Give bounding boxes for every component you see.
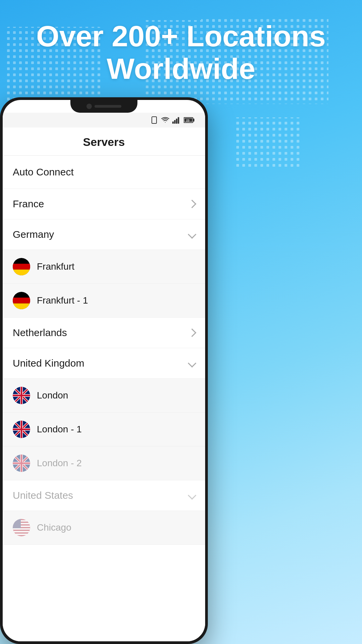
phone-icon — [150, 116, 158, 124]
svg-rect-60 — [13, 528, 30, 530]
chevron-right-icon-netherlands — [188, 328, 196, 337]
flag-us-chicago — [13, 519, 30, 536]
phone-mockup: 23 Servers Auto Connect France — [0, 97, 208, 644]
screen-content: Servers Auto Connect France Germany — [3, 127, 205, 641]
nav-title: Servers — [83, 136, 125, 148]
city-row-chicago[interactable]: Chicago — [3, 511, 205, 545]
chevron-down-icon-germany — [188, 230, 196, 238]
svg-rect-62 — [13, 534, 30, 535]
city-row-frankfurt[interactable]: Frankfurt — [3, 250, 205, 284]
phone-inner: 23 Servers Auto Connect France — [3, 100, 205, 641]
country-name-germany: Germany — [13, 229, 54, 240]
svg-rect-44 — [13, 429, 30, 430]
auto-connect-label: Auto Connect — [13, 166, 74, 178]
svg-rect-19 — [13, 264, 30, 269]
city-row-london[interactable]: London — [3, 379, 205, 413]
auto-connect-row[interactable]: Auto Connect — [3, 156, 205, 189]
flag-gb-london — [13, 387, 30, 404]
country-row-germany[interactable]: Germany — [3, 219, 205, 250]
svg-rect-11 — [174, 120, 175, 124]
country-name-uk: United Kingdom — [13, 358, 84, 369]
status-icons: 23 — [150, 116, 195, 124]
city-name-frankfurt-1: Frankfurt - 1 — [37, 295, 88, 306]
city-name-frankfurt: Frankfurt — [37, 261, 74, 272]
phone-notch — [70, 100, 137, 113]
chevron-down-icon-us — [188, 491, 196, 499]
svg-rect-54 — [13, 463, 30, 464]
svg-rect-63 — [13, 519, 21, 528]
flag-de-frankfurt — [13, 258, 30, 275]
svg-rect-57 — [13, 520, 30, 522]
notch-speaker — [95, 105, 121, 108]
chevron-down-icon-uk — [188, 359, 196, 367]
country-row-uk[interactable]: United Kingdom — [3, 348, 205, 379]
notch-camera — [86, 104, 92, 109]
flag-gb-london-2 — [13, 454, 30, 472]
header-section: Over 200+ Locations Worldwide — [0, 0, 362, 99]
city-row-london-1[interactable]: London - 1 — [3, 413, 205, 446]
svg-rect-24 — [13, 304, 30, 309]
city-name-london-1: London - 1 — [37, 424, 82, 435]
city-name-london: London — [37, 390, 68, 401]
city-row-london-2[interactable]: London - 2 — [3, 446, 205, 480]
chevron-right-icon-france — [188, 200, 196, 208]
battery-icon: 23 — [184, 116, 195, 124]
city-name-chicago: Chicago — [37, 522, 71, 533]
country-row-netherlands[interactable]: Netherlands — [3, 318, 205, 348]
nav-bar: Servers — [3, 127, 205, 156]
server-list[interactable]: Auto Connect France Germany — [3, 156, 205, 641]
svg-rect-6 — [235, 117, 302, 168]
flag-gb-london-1 — [13, 421, 30, 438]
svg-rect-23 — [13, 298, 30, 303]
city-row-frankfurt-1[interactable]: Frankfurt - 1 — [3, 284, 205, 318]
svg-rect-15 — [193, 119, 194, 122]
status-bar: 23 — [3, 113, 205, 127]
svg-rect-13 — [178, 117, 179, 124]
svg-rect-10 — [172, 121, 174, 124]
header-title: Over 200+ Locations Worldwide — [13, 20, 349, 85]
country-name-us: United States — [13, 490, 73, 501]
country-row-france[interactable]: France — [3, 189, 205, 219]
svg-rect-8 — [152, 117, 157, 123]
svg-rect-20 — [13, 270, 30, 275]
svg-rect-12 — [176, 119, 177, 124]
svg-text:23: 23 — [186, 119, 189, 122]
svg-rect-61 — [13, 531, 30, 532]
wifi-icon — [161, 117, 170, 123]
city-name-london-2: London - 2 — [37, 458, 82, 469]
country-row-us[interactable]: United States — [3, 480, 205, 511]
country-name-france: France — [13, 198, 44, 210]
svg-rect-34 — [13, 395, 30, 396]
flag-de-frankfurt-1 — [13, 292, 30, 309]
country-name-netherlands: Netherlands — [13, 327, 67, 338]
signal-icon — [172, 116, 181, 124]
